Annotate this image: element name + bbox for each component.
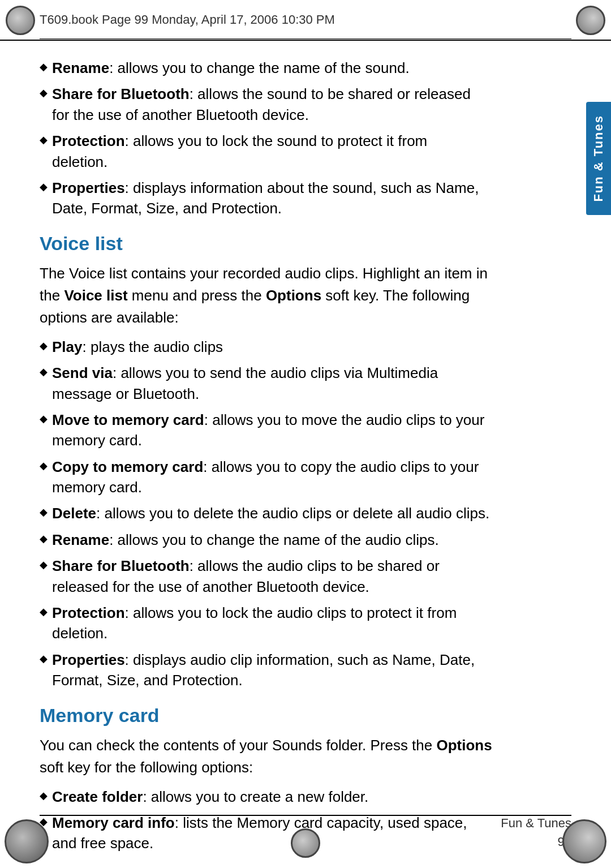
bullet-send-via-text: Send via: allows you to send the audio c… xyxy=(52,363,578,404)
memory-card-heading: Memory card xyxy=(40,704,578,727)
bullet-properties-audio-text: Properties: displays audio clip informat… xyxy=(52,650,578,691)
bullet-move-to-memory: ◆ Move to memory card: allows you to mov… xyxy=(40,410,578,451)
bullet-diamond-icon: ◆ xyxy=(40,789,48,803)
bullet-delete-text: Delete: allows you to delete the audio c… xyxy=(52,503,578,523)
bullet-diamond-icon: ◆ xyxy=(40,365,48,379)
bullet-rename-audio: ◆ Rename: allows you to change the name … xyxy=(40,530,578,550)
bullet-diamond-icon: ◆ xyxy=(40,505,48,519)
bullet-diamond-icon: ◆ xyxy=(40,605,48,619)
bullet-properties-audio: ◆ Properties: displays audio clip inform… xyxy=(40,650,578,691)
bullet-create-folder-text: Create folder: allows you to create a ne… xyxy=(52,787,578,807)
bullet-create-folder: ◆ Create folder: allows you to create a … xyxy=(40,787,578,807)
bullet-play: ◆ Play: plays the audio clips xyxy=(40,337,578,357)
bullet-rename-sound: ◆ Rename: allows you to change the name … xyxy=(40,58,578,78)
bullet-diamond-icon: ◆ xyxy=(40,339,48,353)
bullet-diamond-icon: ◆ xyxy=(40,180,48,194)
bullet-diamond-icon: ◆ xyxy=(40,60,48,74)
bullet-share-bluetooth-sound: ◆ Share for Bluetooth: allows the sound … xyxy=(40,84,578,125)
bullet-diamond-icon: ◆ xyxy=(40,86,48,100)
bullet-diamond-icon: ◆ xyxy=(40,459,48,473)
bullet-properties-sound: ◆ Properties: displays information about… xyxy=(40,178,578,219)
bullet-rename-audio-text: Rename: allows you to change the name of… xyxy=(52,530,578,550)
header-bar: T609.book Page 99 Monday, April 17, 2006… xyxy=(0,0,611,41)
header-text: T609.book Page 99 Monday, April 17, 2006… xyxy=(40,12,335,27)
main-content: ◆ Rename: allows you to change the name … xyxy=(40,41,578,811)
bullet-protection-audio-text: Protection: allows you to lock the audio… xyxy=(52,603,578,644)
bullet-copy-to-memory-text: Copy to memory card: allows you to copy … xyxy=(52,457,578,498)
memory-card-intro: You can check the contents of your Sound… xyxy=(40,734,578,779)
bullet-move-to-memory-text: Move to memory card: allows you to move … xyxy=(52,410,578,451)
voice-list-heading: Voice list xyxy=(40,233,578,255)
side-tab-label: Fun & Tunes xyxy=(591,115,606,202)
bottom-divider xyxy=(40,815,571,816)
footer-section: Fun & Tunes xyxy=(501,816,571,830)
bullet-diamond-icon: ◆ xyxy=(40,652,48,666)
voice-list-intro: The Voice list contains your recorded au… xyxy=(40,263,578,329)
bullet-diamond-icon: ◆ xyxy=(40,412,48,426)
bullet-copy-to-memory: ◆ Copy to memory card: allows you to cop… xyxy=(40,457,578,498)
bullet-share-bluetooth-audio: ◆ Share for Bluetooth: allows the audio … xyxy=(40,556,578,597)
corner-decoration-br xyxy=(562,819,606,863)
corner-decoration-bl xyxy=(5,819,49,863)
bullet-properties-sound-text: Properties: displays information about t… xyxy=(52,178,578,219)
bullet-diamond-icon: ◆ xyxy=(40,133,48,147)
bullet-protection-audio: ◆ Protection: allows you to lock the aud… xyxy=(40,603,578,644)
bullet-diamond-icon: ◆ xyxy=(40,558,48,572)
bullet-rename-sound-text: Rename: allows you to change the name of… xyxy=(52,58,578,78)
bullet-play-text: Play: plays the audio clips xyxy=(52,337,578,357)
side-tab: Fun & Tunes xyxy=(586,102,611,215)
bottom-center-decoration xyxy=(291,828,320,858)
bullet-diamond-icon: ◆ xyxy=(40,532,48,546)
bullet-protection-sound-text: Protection: allows you to lock the sound… xyxy=(52,131,578,172)
top-divider xyxy=(40,38,571,39)
bullet-delete: ◆ Delete: allows you to delete the audio… xyxy=(40,503,578,523)
bullet-protection-sound: ◆ Protection: allows you to lock the sou… xyxy=(40,131,578,172)
page-container: T609.book Page 99 Monday, April 17, 2006… xyxy=(0,0,611,868)
footer: Fun & Tunes 99 xyxy=(501,814,571,851)
bullet-share-bluetooth-sound-text: Share for Bluetooth: allows the sound to… xyxy=(52,84,578,125)
bullet-share-bluetooth-audio-text: Share for Bluetooth: allows the audio cl… xyxy=(52,556,578,597)
bullet-send-via: ◆ Send via: allows you to send the audio… xyxy=(40,363,578,404)
